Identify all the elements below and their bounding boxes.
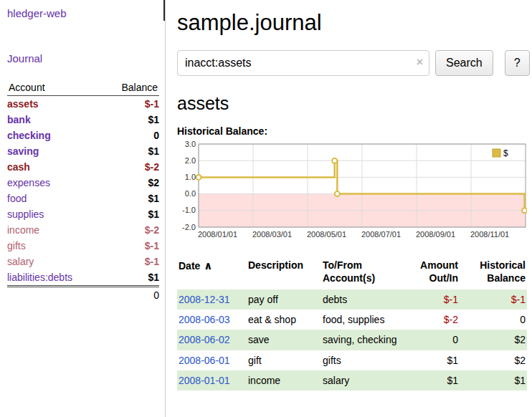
transaction-amount: $-1 (402, 289, 460, 310)
transaction-balance: 0 (460, 310, 527, 330)
account-cell: saving (7, 143, 103, 159)
transaction-date-cell: 2008-06-02 (177, 330, 247, 350)
account-cell: salary (7, 254, 103, 269)
table-row: 2008-06-01 gift gifts $1 $2 (177, 350, 527, 370)
search-input[interactable] (177, 50, 429, 76)
page-title: sample.journal (177, 10, 530, 36)
account-cell: bank (7, 112, 103, 128)
account-link-expenses[interactable]: expenses (7, 177, 50, 188)
transaction-description: income (247, 370, 321, 390)
account-cell: income (7, 222, 103, 238)
help-button[interactable]: ? (505, 50, 530, 76)
account-cell: gifts (7, 238, 103, 254)
accounts-total-spacer (7, 287, 103, 304)
transaction-date-link[interactable]: 2008-12-31 (179, 294, 230, 305)
account-link-liabilities-debts[interactable]: liabilities:debts (7, 272, 72, 283)
transaction-amount: $1 (402, 350, 460, 370)
account-link-saving[interactable]: saving (7, 145, 39, 157)
account-cell: food (7, 191, 103, 206)
transaction-date-cell: 2008-01-01 (177, 370, 247, 390)
sidebar: hledger-web Journal Account Balance asse… (0, 0, 166, 417)
account-heading: assets (177, 93, 530, 114)
sort-ascending-icon: ∧ (204, 259, 212, 272)
account-link-income[interactable]: income (7, 224, 39, 236)
account-link-food[interactable]: food (7, 193, 27, 204)
transaction-amount: $-2 (402, 310, 460, 330)
account-row: expenses $2 (7, 175, 159, 191)
account-row: income $-2 (7, 222, 159, 238)
account-cell: expenses (7, 175, 103, 191)
account-row: saving $1 (7, 143, 159, 159)
scrollbar-thumb[interactable] (163, 0, 165, 21)
account-row: assets $-1 (7, 96, 159, 112)
account-cell: assets (7, 96, 103, 112)
account-balance: $-2 (103, 159, 159, 175)
transaction-date-link[interactable]: 2008-06-02 (179, 334, 230, 345)
svg-text:1.0: 1.0 (185, 173, 196, 181)
account-balance: 0 (103, 128, 159, 143)
transaction-description: gift (247, 350, 321, 370)
register-header-description: Description (247, 257, 321, 289)
account-link-salary[interactable]: salary (7, 256, 34, 267)
main-content: sample.journal × Search ? assets Histori… (166, 0, 532, 417)
account-balance: $1 (103, 191, 159, 206)
register-header-accounts: To/From Account(s) (321, 257, 402, 289)
transaction-balance: $1 (460, 370, 527, 390)
register-header-balance: Historical Balance (460, 257, 527, 289)
account-cell: supplies (7, 206, 103, 222)
account-link-supplies[interactable]: supplies (7, 208, 44, 220)
account-link-assets[interactable]: assets (7, 98, 39, 110)
account-balance: $2 (103, 175, 159, 191)
app-title-link[interactable]: hledger-web (7, 7, 67, 19)
chart-title: Historical Balance: (177, 125, 530, 137)
transaction-accounts: debts (321, 289, 402, 310)
svg-text:2008/09/01: 2008/09/01 (416, 230, 455, 239)
app: hledger-web Journal Account Balance asse… (0, 0, 532, 417)
clear-search-icon[interactable]: × (417, 57, 423, 68)
account-row: supplies $1 (7, 206, 159, 222)
accounts-table: Account Balance assets $-1 bank $1 check… (7, 80, 159, 303)
transaction-amount: 0 (402, 330, 460, 350)
account-cell: liabilities:debts (7, 269, 103, 287)
transaction-balance: $-1 (460, 289, 527, 310)
transaction-date-link[interactable]: 2008-01-01 (179, 375, 230, 386)
account-link-bank[interactable]: bank (7, 114, 31, 125)
accounts-header-account: Account (7, 80, 103, 96)
account-link-checking[interactable]: checking (7, 130, 51, 141)
transaction-date-cell: 2008-06-03 (177, 310, 247, 330)
transaction-description: eat & shop (247, 310, 321, 330)
transaction-date-cell: 2008-12-31 (177, 289, 247, 310)
svg-text:2008/11/01: 2008/11/01 (470, 230, 509, 239)
search-bar: × Search ? (177, 50, 530, 76)
accounts-total-row: 0 (7, 287, 159, 304)
svg-text:$: $ (503, 148, 508, 158)
transaction-accounts: gifts (321, 350, 402, 370)
account-row: salary $-1 (7, 254, 159, 269)
transaction-date-cell: 2008-06-01 (177, 350, 247, 370)
account-cell: cash (7, 159, 103, 175)
svg-text:2008/05/01: 2008/05/01 (307, 230, 346, 239)
register-header-date[interactable]: Date∧ (177, 257, 247, 289)
table-row: 2008-06-02 save saving, checking 0 $2 (177, 330, 527, 350)
transaction-description: pay off (247, 289, 321, 310)
table-row: 2008-01-01 income salary $1 $1 (177, 370, 527, 390)
search-input-wrapper: × (177, 50, 429, 76)
svg-text:0.0: 0.0 (185, 189, 196, 198)
register-header-amount: Amount Out/In (402, 257, 460, 289)
transaction-date-link[interactable]: 2008-06-03 (179, 314, 230, 325)
table-row: 2008-12-31 pay off debts $-1 $-1 (177, 289, 527, 310)
transaction-date-link[interactable]: 2008-06-01 (179, 355, 230, 366)
account-balance: $-1 (103, 238, 159, 254)
account-link-cash[interactable]: cash (7, 161, 30, 173)
account-balance: $-1 (103, 254, 159, 269)
svg-text:2008/07/01: 2008/07/01 (361, 230, 401, 239)
search-button[interactable]: Search (435, 50, 493, 76)
journal-link[interactable]: Journal (7, 52, 42, 64)
account-link-gifts[interactable]: gifts (7, 240, 26, 251)
svg-text:-2.0: -2.0 (182, 223, 196, 231)
account-row: food $1 (7, 191, 159, 206)
svg-text:2008/01/01: 2008/01/01 (198, 230, 237, 239)
accounts-header-balance: Balance (103, 80, 159, 96)
svg-text:2.0: 2.0 (185, 156, 196, 165)
accounts-total-value: 0 (103, 287, 159, 304)
